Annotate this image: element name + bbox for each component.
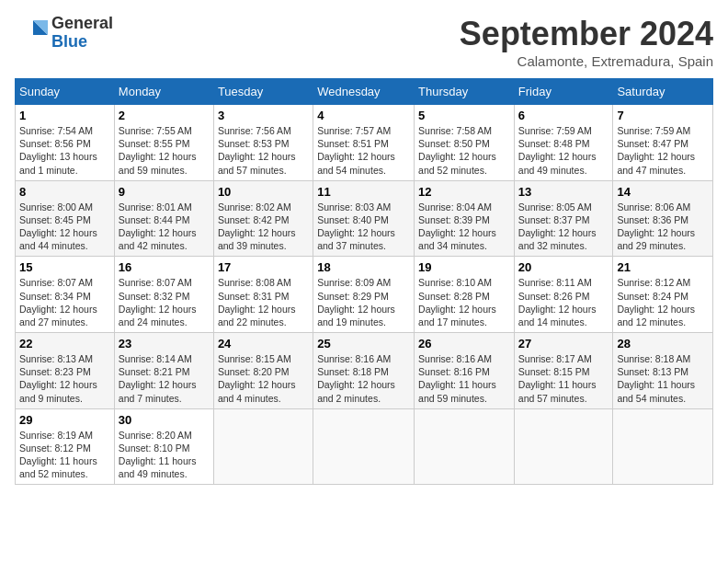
logo-icon bbox=[15, 17, 48, 50]
cell-info-line: Sunset: 8:44 PM bbox=[119, 213, 210, 226]
cell-info-line: Sunrise: 8:13 AM bbox=[19, 352, 110, 365]
calendar-cell: 1Sunrise: 7:54 AMSunset: 8:56 PMDaylight… bbox=[16, 105, 115, 181]
calendar-cell: 24Sunrise: 8:15 AMSunset: 8:20 PMDayligh… bbox=[213, 333, 313, 409]
column-header-wednesday: Wednesday bbox=[313, 79, 415, 105]
column-header-saturday: Saturday bbox=[613, 79, 713, 105]
cell-info-line: Sunset: 8:56 PM bbox=[19, 137, 110, 150]
calendar-cell bbox=[415, 408, 515, 485]
day-number: 5 bbox=[418, 109, 510, 122]
column-header-monday: Monday bbox=[114, 79, 213, 105]
cell-info-line: Daylight: 12 hours and 19 minutes. bbox=[317, 303, 410, 328]
calendar-cell: 9Sunrise: 8:01 AMSunset: 8:44 PMDaylight… bbox=[114, 180, 213, 257]
calendar-cell: 13Sunrise: 8:05 AMSunset: 8:37 PMDayligh… bbox=[514, 180, 613, 257]
cell-info-line: Daylight: 12 hours and 22 minutes. bbox=[218, 303, 309, 328]
cell-info-line: Sunset: 8:45 PM bbox=[19, 213, 110, 226]
calendar-cell: 2Sunrise: 7:55 AMSunset: 8:55 PMDaylight… bbox=[114, 105, 213, 181]
month-title: September 2024 bbox=[460, 15, 713, 53]
cell-info-line: Sunrise: 7:57 AM bbox=[317, 124, 410, 137]
day-number: 19 bbox=[418, 260, 510, 274]
cell-info-line: Sunset: 8:37 PM bbox=[518, 213, 609, 226]
cell-info-line: Sunset: 8:53 PM bbox=[218, 137, 309, 150]
calendar-cell bbox=[313, 408, 415, 485]
cell-info-line: Sunrise: 8:11 AM bbox=[518, 276, 609, 289]
calendar-cell: 22Sunrise: 8:13 AMSunset: 8:23 PMDayligh… bbox=[16, 333, 115, 409]
calendar-table: SundayMondayTuesdayWednesdayThursdayFrid… bbox=[15, 78, 713, 485]
cell-info-line: Sunset: 8:12 PM bbox=[19, 442, 110, 454]
cell-info-line: Sunrise: 8:07 AM bbox=[119, 276, 210, 289]
column-header-thursday: Thursday bbox=[415, 79, 515, 105]
cell-info-line: Daylight: 11 hours and 57 minutes. bbox=[518, 378, 609, 404]
cell-info-line: Sunset: 8:42 PM bbox=[218, 213, 309, 226]
day-number: 1 bbox=[19, 109, 110, 122]
calendar-cell: 21Sunrise: 8:12 AMSunset: 8:24 PMDayligh… bbox=[613, 257, 713, 333]
day-number: 16 bbox=[119, 260, 210, 274]
calendar-cell: 20Sunrise: 8:11 AMSunset: 8:26 PMDayligh… bbox=[514, 257, 613, 333]
cell-info-line: Sunrise: 8:03 AM bbox=[317, 201, 410, 213]
cell-info-line: Sunset: 8:26 PM bbox=[518, 290, 609, 303]
cell-info-line: Sunrise: 8:20 AM bbox=[119, 429, 210, 442]
day-number: 11 bbox=[317, 185, 410, 199]
cell-info-line: Sunset: 8:51 PM bbox=[317, 137, 410, 150]
cell-info-line: Sunrise: 8:17 AM bbox=[518, 352, 609, 365]
cell-info-line: Sunset: 8:50 PM bbox=[418, 137, 510, 150]
day-number: 6 bbox=[518, 109, 609, 122]
cell-info-line: Sunrise: 7:59 AM bbox=[518, 124, 609, 137]
cell-info-line: Daylight: 11 hours and 52 minutes. bbox=[19, 454, 110, 480]
calendar-cell: 12Sunrise: 8:04 AMSunset: 8:39 PMDayligh… bbox=[415, 180, 515, 257]
cell-info-line: Daylight: 12 hours and 59 minutes. bbox=[119, 150, 210, 176]
page-header: General Blue September 2024 Calamonte, E… bbox=[15, 15, 713, 69]
calendar-cell: 18Sunrise: 8:09 AMSunset: 8:29 PMDayligh… bbox=[313, 257, 415, 333]
day-number: 9 bbox=[119, 185, 210, 199]
cell-info-line: Sunset: 8:15 PM bbox=[518, 365, 609, 378]
calendar-cell: 23Sunrise: 8:14 AMSunset: 8:21 PMDayligh… bbox=[114, 333, 213, 409]
cell-info-line: Daylight: 12 hours and 32 minutes. bbox=[518, 226, 609, 252]
cell-info-line: Sunrise: 8:15 AM bbox=[218, 352, 309, 365]
day-number: 30 bbox=[119, 413, 210, 427]
cell-info-line: Daylight: 12 hours and 42 minutes. bbox=[119, 226, 210, 252]
cell-info-line: Sunset: 8:28 PM bbox=[418, 290, 510, 303]
cell-info-line: Sunset: 8:39 PM bbox=[418, 213, 510, 226]
day-number: 17 bbox=[218, 260, 309, 274]
cell-info-line: Sunrise: 8:08 AM bbox=[218, 276, 309, 289]
cell-info-line: Sunset: 8:48 PM bbox=[518, 137, 609, 150]
calendar-header-row: SundayMondayTuesdayWednesdayThursdayFrid… bbox=[16, 79, 713, 105]
cell-info-line: Daylight: 13 hours and 1 minute. bbox=[19, 150, 110, 176]
day-number: 14 bbox=[617, 185, 709, 199]
calendar-cell: 17Sunrise: 8:08 AMSunset: 8:31 PMDayligh… bbox=[213, 257, 313, 333]
logo-blue-text: Blue bbox=[51, 33, 113, 52]
cell-info-line: Daylight: 12 hours and 12 minutes. bbox=[617, 303, 709, 328]
cell-info-line: Sunrise: 7:58 AM bbox=[418, 124, 510, 137]
calendar-cell: 8Sunrise: 8:00 AMSunset: 8:45 PMDaylight… bbox=[16, 180, 115, 257]
calendar-cell: 26Sunrise: 8:16 AMSunset: 8:16 PMDayligh… bbox=[415, 333, 515, 409]
calendar-week-row: 8Sunrise: 8:00 AMSunset: 8:45 PMDaylight… bbox=[16, 180, 713, 257]
cell-info-line: Sunset: 8:55 PM bbox=[119, 137, 210, 150]
cell-info-line: Daylight: 12 hours and 17 minutes. bbox=[418, 303, 510, 328]
cell-info-line: Daylight: 12 hours and 9 minutes. bbox=[19, 378, 110, 404]
cell-info-line: Sunrise: 8:06 AM bbox=[617, 201, 709, 213]
cell-info-line: Daylight: 12 hours and 57 minutes. bbox=[218, 150, 309, 176]
logo-general-text: General bbox=[51, 15, 113, 33]
cell-info-line: Daylight: 11 hours and 54 minutes. bbox=[617, 378, 709, 404]
column-header-tuesday: Tuesday bbox=[213, 79, 313, 105]
calendar-cell: 16Sunrise: 8:07 AMSunset: 8:32 PMDayligh… bbox=[114, 257, 213, 333]
cell-info-line: Sunrise: 8:16 AM bbox=[418, 352, 510, 365]
cell-info-line: Sunset: 8:16 PM bbox=[418, 365, 510, 378]
cell-info-line: Daylight: 12 hours and 44 minutes. bbox=[19, 226, 110, 252]
calendar-cell: 15Sunrise: 8:07 AMSunset: 8:34 PMDayligh… bbox=[16, 257, 115, 333]
calendar-cell: 7Sunrise: 7:59 AMSunset: 8:47 PMDaylight… bbox=[613, 105, 713, 181]
day-number: 24 bbox=[218, 337, 309, 350]
calendar-cell: 25Sunrise: 8:16 AMSunset: 8:18 PMDayligh… bbox=[313, 333, 415, 409]
calendar-cell: 4Sunrise: 7:57 AMSunset: 8:51 PMDaylight… bbox=[313, 105, 415, 181]
calendar-cell bbox=[514, 408, 613, 485]
calendar-cell: 27Sunrise: 8:17 AMSunset: 8:15 PMDayligh… bbox=[514, 333, 613, 409]
calendar-week-row: 29Sunrise: 8:19 AMSunset: 8:12 PMDayligh… bbox=[16, 408, 713, 485]
location-text: Calamonte, Extremadura, Spain bbox=[460, 53, 713, 69]
day-number: 4 bbox=[317, 109, 410, 122]
cell-info-line: Daylight: 12 hours and 49 minutes. bbox=[518, 150, 609, 176]
title-block: September 2024 Calamonte, Extremadura, S… bbox=[460, 15, 713, 69]
cell-info-line: Sunrise: 8:10 AM bbox=[418, 276, 510, 289]
column-header-friday: Friday bbox=[514, 79, 613, 105]
cell-info-line: Sunrise: 8:09 AM bbox=[317, 276, 410, 289]
cell-info-line: Daylight: 12 hours and 7 minutes. bbox=[119, 378, 210, 404]
calendar-cell: 14Sunrise: 8:06 AMSunset: 8:36 PMDayligh… bbox=[613, 180, 713, 257]
